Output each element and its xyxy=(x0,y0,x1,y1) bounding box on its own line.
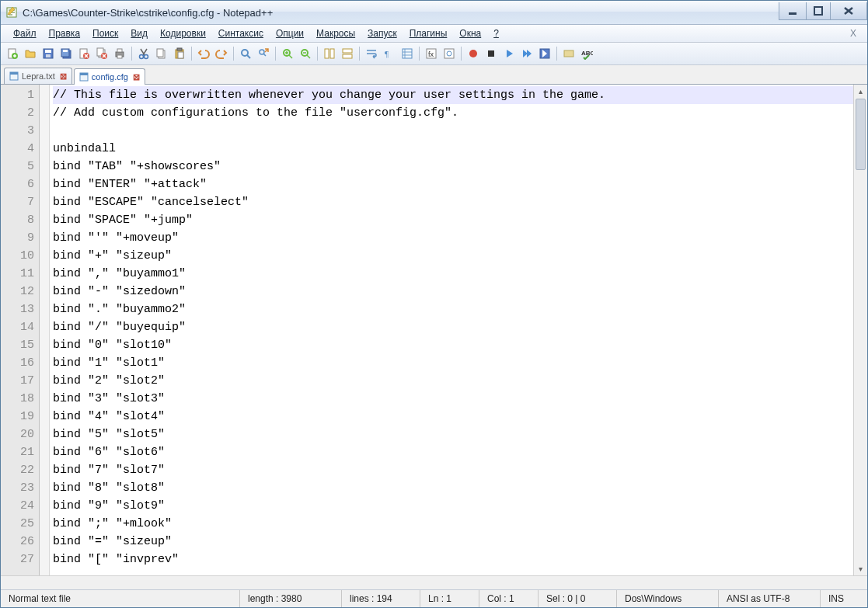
menu-window[interactable]: Окна xyxy=(453,26,487,40)
code-line[interactable]: bind "5" "slot5" xyxy=(53,426,853,443)
code-area[interactable]: // This file is overwritten whenever you… xyxy=(50,85,853,575)
menu-file[interactable]: Файл xyxy=(7,26,43,40)
svg-rect-18 xyxy=(117,55,122,58)
stop-icon[interactable] xyxy=(483,45,500,62)
toolbar-separator xyxy=(461,47,462,61)
menu-search[interactable]: Поиск xyxy=(86,26,124,40)
code-line[interactable]: bind "4" "slot4" xyxy=(53,408,853,426)
menu-language[interactable]: Синтаксис xyxy=(212,26,270,40)
undo-icon[interactable] xyxy=(195,45,212,62)
code-line[interactable]: bind "SPACE" "+jump" xyxy=(53,211,853,229)
zoom-in-icon[interactable] xyxy=(279,45,296,62)
cut-icon[interactable] xyxy=(135,45,152,62)
svg-rect-33 xyxy=(343,54,352,58)
code-line[interactable]: bind "3" "slot3" xyxy=(53,390,853,408)
scrollbar-thumb[interactable] xyxy=(856,99,866,170)
doc-map-icon[interactable] xyxy=(441,45,458,62)
lang-icon[interactable]: fx xyxy=(423,45,440,62)
save-icon[interactable] xyxy=(40,45,57,62)
svg-point-26 xyxy=(242,50,248,56)
vertical-scrollbar[interactable]: ▴ ▾ xyxy=(853,85,867,575)
code-line[interactable]: bind "0" "slot10" xyxy=(53,336,853,354)
horizontal-scrollbar[interactable] xyxy=(1,575,867,589)
code-line[interactable]: unbindall xyxy=(53,140,853,158)
menu-encoding[interactable]: Кодировки xyxy=(154,26,212,40)
play-multi-icon[interactable] xyxy=(518,45,535,62)
tab-config[interactable]: config.cfg ⊠ xyxy=(74,68,145,85)
menu-view[interactable]: Вид xyxy=(124,26,154,40)
status-filetype: Normal text file xyxy=(1,590,240,607)
sync-h-icon[interactable] xyxy=(339,45,356,62)
toolbar: ¶fxABC xyxy=(1,43,867,65)
tab-lepra[interactable]: Lepra.txt ⊠ xyxy=(4,68,72,84)
file-icon xyxy=(9,71,19,81)
code-line[interactable]: bind "ESCAPE" "cancelselect" xyxy=(53,193,853,211)
save-all-icon[interactable] xyxy=(58,45,75,62)
code-line[interactable]: bind "TAB" "+showscores" xyxy=(53,158,853,175)
toolbar-separator xyxy=(359,47,360,61)
zoom-out-icon[interactable] xyxy=(297,45,314,62)
menubar-close-button[interactable]: X xyxy=(845,28,861,39)
new-file-icon[interactable] xyxy=(4,45,21,62)
code-line[interactable]: bind "'" "+moveup" xyxy=(53,229,853,247)
paste-icon[interactable] xyxy=(171,45,188,62)
code-line[interactable]: bind "." "buyammo2" xyxy=(53,301,853,318)
play-icon[interactable] xyxy=(500,45,518,62)
find-icon[interactable] xyxy=(237,45,254,62)
close-icon[interactable] xyxy=(75,45,92,62)
svg-rect-43 xyxy=(564,50,573,57)
close-window-button[interactable] xyxy=(830,2,867,20)
minimize-button[interactable] xyxy=(779,2,807,20)
save-macro-icon[interactable] xyxy=(536,45,553,62)
maximize-button[interactable] xyxy=(806,2,831,20)
window-controls xyxy=(779,2,867,19)
code-line[interactable]: bind "8" "slot8" xyxy=(53,479,853,497)
scroll-down-arrow[interactable]: ▾ xyxy=(854,562,867,575)
code-line[interactable]: bind ";" "+mlook" xyxy=(53,515,853,533)
fold-margin[interactable] xyxy=(40,85,50,575)
code-line[interactable]: bind "+" "sizeup" xyxy=(53,247,853,265)
code-line[interactable] xyxy=(53,122,853,140)
tab-close-icon[interactable]: ⊠ xyxy=(60,71,67,82)
line-number: 18 xyxy=(1,390,34,408)
menu-plugins[interactable]: Плагины xyxy=(403,26,454,40)
spell-icon[interactable]: ABC xyxy=(578,45,595,62)
svg-rect-22 xyxy=(157,49,163,57)
code-line[interactable]: bind "7" "slot7" xyxy=(53,461,853,479)
tab-close-icon[interactable]: ⊠ xyxy=(133,72,140,82)
line-number: 15 xyxy=(1,336,34,354)
code-line[interactable]: bind "1" "slot1" xyxy=(53,354,853,372)
menu-settings[interactable]: Опции xyxy=(270,26,310,40)
replace-icon[interactable] xyxy=(255,45,272,62)
svg-rect-32 xyxy=(343,49,352,53)
titlebar[interactable]: C:\Games\Counter-Strike\cstrike\config.c… xyxy=(1,1,867,25)
code-line[interactable]: bind "," "buyammo1" xyxy=(53,265,853,283)
all-chars-icon[interactable]: ¶ xyxy=(381,45,398,62)
toggle-icon[interactable] xyxy=(560,45,577,62)
sync-v-icon[interactable] xyxy=(321,45,338,62)
code-line[interactable]: bind "ENTER" "+attack" xyxy=(53,175,853,193)
code-line[interactable]: bind "[" "invprev" xyxy=(53,551,853,568)
code-line[interactable]: // This file is overwritten whenever you… xyxy=(53,86,853,104)
close-all-icon[interactable] xyxy=(93,45,110,62)
code-line[interactable]: bind "2" "slot2" xyxy=(53,372,853,390)
copy-icon[interactable] xyxy=(153,45,170,62)
wrap-icon[interactable] xyxy=(363,45,380,62)
menubar: Файл Правка Поиск Вид Кодировки Синтакси… xyxy=(1,25,867,43)
print-icon[interactable] xyxy=(111,45,128,62)
code-line[interactable]: bind "6" "slot6" xyxy=(53,443,853,461)
code-line[interactable]: // Add custom configurations to the file… xyxy=(53,104,853,122)
open-file-icon[interactable] xyxy=(22,45,39,62)
code-line[interactable]: bind "=" "sizeup" xyxy=(53,533,853,551)
code-line[interactable]: bind "/" "buyequip" xyxy=(53,318,853,336)
code-line[interactable]: bind "-" "sizedown" xyxy=(53,283,853,301)
menu-help[interactable]: ? xyxy=(487,26,505,40)
menu-macro[interactable]: Макросы xyxy=(310,26,361,40)
scroll-up-arrow[interactable]: ▴ xyxy=(854,85,867,98)
menu-run[interactable]: Запуск xyxy=(361,26,403,40)
indent-guide-icon[interactable] xyxy=(399,45,416,62)
redo-icon[interactable] xyxy=(213,45,230,62)
record-icon[interactable] xyxy=(465,45,482,62)
menu-edit[interactable]: Правка xyxy=(43,26,87,40)
code-line[interactable]: bind "9" "slot9" xyxy=(53,497,853,515)
